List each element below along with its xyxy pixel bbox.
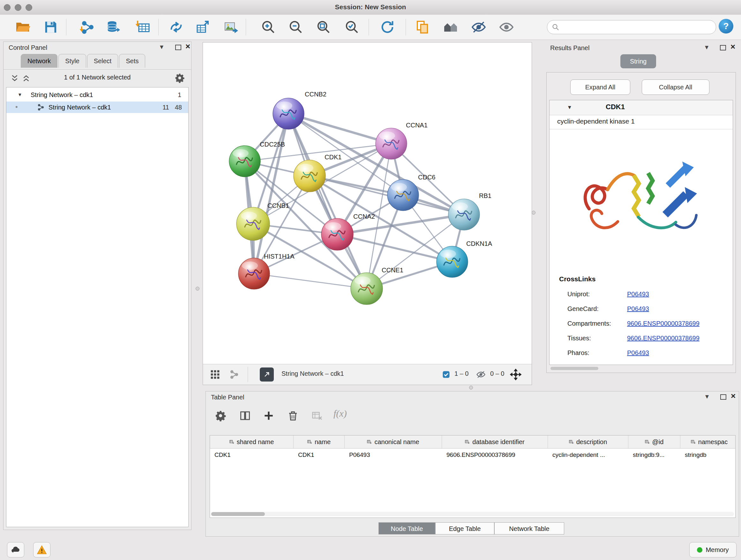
- left-splitter-handle[interactable]: [196, 287, 199, 291]
- table-cell[interactable]: P06493: [345, 449, 442, 461]
- tab-string[interactable]: String: [620, 54, 656, 68]
- crosslink-value-link[interactable]: P06493: [627, 349, 649, 357]
- collapse-section-icon[interactable]: ▾: [568, 104, 571, 111]
- network-node-CCNB1[interactable]: [237, 207, 270, 240]
- network-overview-icon[interactable]: [229, 369, 239, 380]
- show-columns-button[interactable]: [236, 407, 254, 425]
- tab-style[interactable]: Style: [58, 54, 86, 68]
- network-node-CCNE1[interactable]: [351, 273, 383, 305]
- results-scrollbar[interactable]: [550, 367, 598, 370]
- column-header-namespac[interactable]: namespac: [680, 435, 736, 448]
- collapse-all-button[interactable]: Collapse All: [642, 79, 710, 95]
- table-cell[interactable]: CDK1: [210, 449, 293, 461]
- duplicate-network-button[interactable]: [413, 17, 432, 37]
- close-panel-button[interactable]: ×: [731, 393, 736, 399]
- import-network-from-file-button[interactable]: [77, 17, 96, 37]
- disclosure-triangle-icon[interactable]: ▾: [18, 91, 21, 98]
- zoom-in-button[interactable]: [259, 17, 278, 37]
- network-tree: ▾ String Network – cdk1 1 • String Netwo…: [6, 87, 189, 527]
- close-panel-button[interactable]: ×: [731, 44, 735, 50]
- crosslink-value-link[interactable]: P06493: [627, 291, 649, 298]
- panel-menu-icon[interactable]: ▾: [705, 44, 709, 51]
- float-panel-button[interactable]: [720, 394, 726, 400]
- save-session-button[interactable]: [42, 17, 60, 37]
- network-node-HIST1H1A[interactable]: [239, 258, 270, 289]
- network-node-CDC25B[interactable]: [229, 145, 260, 177]
- network-node-CCNA1[interactable]: [376, 128, 407, 159]
- zoom-out-button[interactable]: [286, 17, 305, 37]
- tab-edge-table[interactable]: Edge Table: [435, 522, 494, 535]
- new-network-from-selection-button[interactable]: [167, 17, 185, 37]
- network-node-RB1[interactable]: [448, 199, 480, 230]
- float-panel-button[interactable]: [720, 45, 726, 51]
- table-cell[interactable]: 9606.ENSP00000378699: [442, 449, 548, 461]
- network-node-CDC6[interactable]: [387, 179, 419, 211]
- panel-menu-icon[interactable]: ▾: [705, 393, 709, 400]
- column-header-description[interactable]: description: [548, 435, 628, 448]
- float-panel-button[interactable]: [175, 45, 181, 50]
- network-node-CCNB2[interactable]: [273, 98, 304, 129]
- table-cell[interactable]: CDK1: [293, 449, 345, 461]
- table-export-icon: [195, 19, 211, 35]
- add-column-button[interactable]: [260, 407, 278, 425]
- column-header-database-identifier[interactable]: database identifier: [442, 435, 548, 448]
- crosslink-value-link[interactable]: P06493: [627, 305, 649, 313]
- column-header--id[interactable]: @id: [628, 435, 680, 448]
- column-header-shared-name[interactable]: shared name: [210, 435, 293, 448]
- crosslink-value-link[interactable]: 9606.ENSP00000378699: [627, 320, 699, 327]
- function-builder-button[interactable]: f(x): [333, 408, 347, 419]
- warnings-button[interactable]: [33, 542, 51, 557]
- tab-network[interactable]: Network: [21, 54, 57, 68]
- zoom-selected-button[interactable]: [343, 17, 361, 37]
- network-node-CCNA2[interactable]: [321, 219, 353, 250]
- table-row[interactable]: CDK1CDK1P064939606.ENSP00000378699cyclin…: [210, 449, 736, 461]
- network-row[interactable]: • String Network – cdk1 11 48: [6, 102, 188, 113]
- tab-network-table[interactable]: Network Table: [494, 522, 564, 535]
- home-button[interactable]: [441, 17, 460, 37]
- center-view-icon[interactable]: [510, 369, 522, 380]
- export-image-button[interactable]: [222, 17, 241, 37]
- eye-slash-icon: [471, 19, 486, 35]
- import-table-from-file-button[interactable]: [133, 17, 152, 37]
- table-cell[interactable]: cyclin-dependent ...: [548, 449, 628, 461]
- table-settings-button[interactable]: [212, 407, 229, 425]
- tab-sets[interactable]: Sets: [119, 54, 145, 68]
- table-hscrollbar-thumb[interactable]: [211, 512, 265, 516]
- grid-view-icon[interactable]: [210, 369, 220, 380]
- zoom-fit-button[interactable]: [314, 17, 333, 37]
- show-graphics-details-button[interactable]: [497, 17, 516, 37]
- network-canvas[interactable]: CCNB2CCNA1CDC25BCDK1CDC6RB1CCNB1CCNA2CDK…: [203, 43, 531, 364]
- hide-graphics-details-button[interactable]: [469, 17, 488, 37]
- crosslink-label: Pharos:: [567, 349, 590, 357]
- column-header-name[interactable]: name: [293, 435, 345, 448]
- cloud-status-button[interactable]: [7, 542, 24, 557]
- network-edges[interactable]: [245, 114, 464, 289]
- table-cell[interactable]: stringdb: [680, 449, 736, 461]
- crosslink-value-link[interactable]: 9606.ENSP00000378699: [627, 334, 699, 342]
- export-table-button[interactable]: [194, 17, 212, 37]
- trash-icon: [287, 410, 299, 422]
- network-node-CDK1[interactable]: [293, 160, 326, 192]
- network-collection-row[interactable]: ▾ String Network – cdk1 1: [6, 90, 188, 101]
- table-cell[interactable]: stringdb:9...: [628, 449, 680, 461]
- memory-button[interactable]: Memory: [689, 542, 737, 557]
- bottom-splitter-handle[interactable]: [469, 386, 473, 389]
- detach-view-button[interactable]: [260, 368, 274, 381]
- open-session-button[interactable]: [13, 17, 32, 37]
- tab-node-table[interactable]: Node Table: [379, 522, 435, 535]
- column-header-canonical-name[interactable]: canonical name: [345, 435, 442, 448]
- gear-icon[interactable]: [175, 73, 185, 83]
- delete-column-button[interactable]: [284, 407, 302, 425]
- right-splitter-handle[interactable]: [532, 211, 536, 214]
- help-button[interactable]: ?: [719, 19, 733, 34]
- panel-menu-icon[interactable]: ▾: [160, 44, 163, 50]
- network-node-CDKN1A[interactable]: [436, 246, 468, 277]
- apply-layout-button[interactable]: [378, 17, 397, 37]
- search-input[interactable]: [562, 23, 711, 31]
- refresh-icon: [380, 19, 395, 35]
- expand-all-button[interactable]: Expand All: [570, 79, 630, 95]
- import-network-from-database-button[interactable]: [104, 17, 123, 37]
- delete-table-button[interactable]: [308, 407, 326, 425]
- close-panel-button[interactable]: ×: [185, 43, 190, 50]
- tab-select[interactable]: Select: [87, 54, 118, 68]
